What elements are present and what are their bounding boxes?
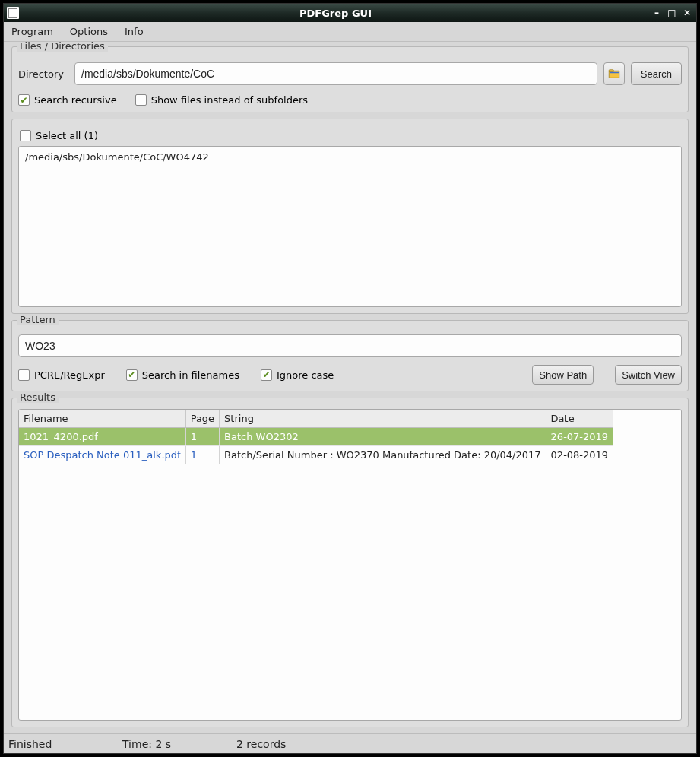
directory-listbox[interactable]: /media/sbs/Dokumente/CoC/WO4742 — [18, 146, 682, 307]
search-filenames-label: Search in filenames — [142, 369, 239, 381]
minimize-button[interactable]: – — [651, 7, 663, 19]
ignore-case-label: Ignore case — [277, 369, 334, 381]
pattern-input[interactable] — [18, 334, 682, 357]
select-all-label: Select all (1) — [36, 130, 98, 141]
app-icon — [7, 7, 19, 19]
checkbox-icon — [126, 369, 138, 381]
pattern-options-row: PCRE/RegExpr Search in filenames Ignore … — [18, 357, 682, 385]
cell-filename[interactable]: SOP Despatch Note 011_alk.pdf — [19, 446, 185, 464]
status-time: Time: 2 s — [122, 738, 236, 750]
menu-options[interactable]: Options — [67, 24, 111, 39]
search-button[interactable]: Search — [631, 62, 682, 85]
cell-string: Batch/Serial Number : WO2370 Manufacture… — [220, 446, 546, 464]
col-filename[interactable]: Filename — [19, 410, 185, 428]
pattern-group-title: Pattern — [17, 314, 59, 325]
content-area: Files / Directories Directory Search Sea… — [4, 42, 696, 733]
svg-rect-1 — [609, 70, 613, 72]
cell-string: Batch WO2302 — [220, 428, 546, 446]
select-all-checkbox[interactable]: Select all (1) — [18, 125, 682, 146]
window-title: PDFGrep GUI — [24, 8, 648, 19]
status-state: Finished — [8, 738, 122, 750]
switch-view-button[interactable]: Switch View — [615, 365, 682, 385]
checkbox-icon — [18, 94, 30, 106]
cell-page[interactable]: 1 — [185, 428, 219, 446]
checkbox-icon — [261, 369, 272, 381]
search-recursive-label: Search recursive — [34, 94, 117, 106]
show-files-label: Show files instead of subfolders — [151, 94, 308, 106]
directory-row: Directory Search — [18, 59, 682, 88]
search-filenames-checkbox[interactable]: Search in filenames — [126, 369, 239, 381]
cell-date: 26-07-2019 — [546, 428, 613, 446]
cell-filename[interactable]: 1021_4200.pdf — [19, 428, 185, 446]
col-date[interactable]: Date — [546, 410, 613, 428]
status-records: 2 records — [236, 738, 286, 750]
menu-info[interactable]: Info — [122, 24, 147, 39]
files-options-row: Search recursive Show files instead of s… — [18, 88, 682, 106]
checkbox-icon — [20, 130, 31, 141]
show-files-checkbox[interactable]: Show files instead of subfolders — [135, 94, 308, 106]
table-row[interactable]: 1021_4200.pdf 1 Batch WO2302 26-07-2019 — [19, 428, 613, 446]
list-item[interactable]: /media/sbs/Dokumente/CoC/WO4742 — [25, 151, 675, 163]
checkbox-icon — [18, 369, 30, 381]
results-table: Filename Page String Date 1021_4200.pdf … — [19, 410, 613, 464]
files-group: Files / Directories Directory Search Sea… — [11, 46, 689, 112]
directory-input[interactable] — [74, 62, 597, 85]
statusbar: Finished Time: 2 s 2 records — [4, 733, 696, 753]
folder-open-icon — [607, 67, 621, 81]
show-path-button[interactable]: Show Path — [532, 365, 594, 385]
titlebar: PDFGrep GUI – □ ✕ — [4, 4, 696, 22]
checkbox-icon — [135, 94, 147, 106]
cell-page[interactable]: 1 — [185, 446, 219, 464]
file-list-group: Select all (1) /media/sbs/Dokumente/CoC/… — [11, 119, 689, 314]
ignore-case-checkbox[interactable]: Ignore case — [261, 369, 334, 381]
close-button[interactable]: ✕ — [681, 7, 693, 19]
files-group-title: Files / Directories — [17, 42, 108, 52]
search-recursive-checkbox[interactable]: Search recursive — [18, 94, 117, 106]
browse-button[interactable] — [603, 62, 625, 85]
pcre-label: PCRE/RegExpr — [34, 369, 105, 381]
pcre-checkbox[interactable]: PCRE/RegExpr — [18, 369, 105, 381]
table-row[interactable]: SOP Despatch Note 011_alk.pdf 1 Batch/Se… — [19, 446, 613, 464]
menu-program[interactable]: Program — [8, 24, 56, 39]
results-group: Results Filename Page String Date 1021_4… — [11, 398, 689, 727]
table-header-row: Filename Page String Date — [19, 410, 613, 428]
svg-rect-2 — [610, 72, 619, 74]
col-string[interactable]: String — [220, 410, 546, 428]
maximize-button[interactable]: □ — [666, 7, 678, 19]
results-table-wrap[interactable]: Filename Page String Date 1021_4200.pdf … — [18, 409, 682, 721]
menubar: Program Options Info — [4, 22, 696, 42]
cell-date: 02-08-2019 — [546, 446, 613, 464]
directory-label: Directory — [18, 68, 68, 80]
results-group-title: Results — [17, 391, 59, 403]
col-page[interactable]: Page — [185, 410, 219, 428]
pattern-group: Pattern PCRE/RegExpr Search in filenames… — [11, 320, 689, 391]
app-window: PDFGrep GUI – □ ✕ Program Options Info F… — [3, 3, 697, 754]
